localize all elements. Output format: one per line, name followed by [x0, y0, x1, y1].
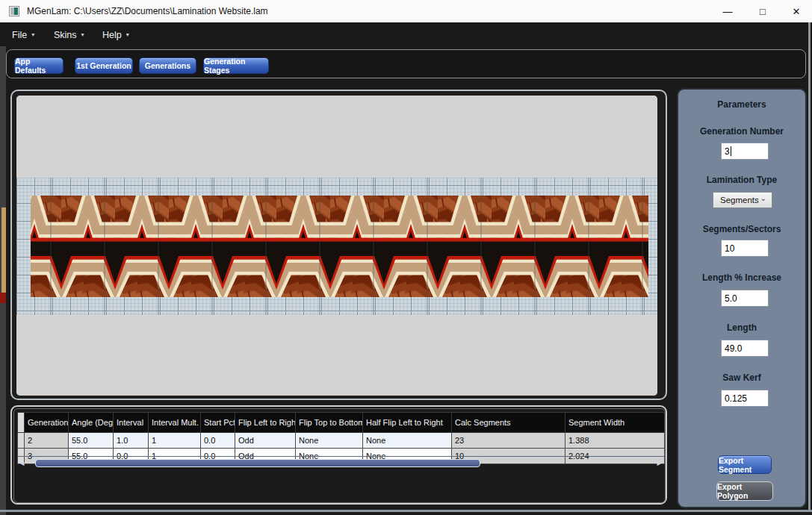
- generation-number-label: Generation Number: [678, 126, 805, 137]
- chevron-down-icon: ▾: [126, 32, 129, 38]
- col-header-interval-mult[interactable]: Interval Mult.: [149, 413, 201, 433]
- cell-flip-lr[interactable]: Odd: [235, 433, 296, 449]
- titlebar: MGenLam: C:\Users\ZZ\Documents\Laminatio…: [0, 0, 812, 23]
- col-header-start-pct[interactable]: Start Pct: [201, 413, 235, 433]
- app-icon-right: [14, 7, 18, 15]
- scroll-right-icon[interactable]: ▸: [655, 459, 663, 468]
- generations-button[interactable]: Generations: [139, 57, 196, 74]
- length-pct-increase-value: 5.0: [725, 293, 737, 304]
- menubar: File ▾ Skins ▾ Help ▾: [0, 22, 812, 46]
- segments-sectors-input[interactable]: 10: [721, 240, 769, 257]
- scroll-left-icon[interactable]: ◂: [19, 459, 26, 468]
- cell-calc-segments[interactable]: 23: [452, 433, 565, 449]
- window-title: MGenLam: C:\Users\ZZ\Documents\Laminatio…: [27, 6, 268, 16]
- cell-flip-tb[interactable]: None: [296, 433, 363, 449]
- segments-sectors-label: Segments/Sectors: [678, 224, 805, 234]
- generation-stages-button[interactable]: Generation Stages: [203, 57, 269, 74]
- length-label: Length: [678, 322, 805, 333]
- lamination-type-value: Segments: [720, 196, 759, 205]
- parameters-panel: Parameters Generation Number 3 Laminatio…: [677, 88, 807, 508]
- maximize-button[interactable]: □: [750, 0, 775, 22]
- cell-half-flip-lr[interactable]: None: [363, 433, 452, 449]
- window-border-bottom: [0, 510, 812, 512]
- saw-kerf-label: Saw Kerf: [678, 372, 805, 383]
- table-row: 2 55.0 1.0 1 0.0 Odd None None 23 1.388: [18, 433, 665, 449]
- saw-kerf-value: 0.125: [725, 393, 747, 404]
- cell-interval[interactable]: 1.0: [114, 433, 149, 449]
- background-window-sliver: [0, 7, 6, 515]
- col-header-interval[interactable]: Interval: [114, 413, 149, 433]
- col-header-generation[interactable]: Generation: [25, 413, 69, 433]
- menu-skins[interactable]: Skins ▾: [54, 28, 84, 43]
- first-generation-button[interactable]: 1st Generation: [75, 57, 133, 74]
- menu-help[interactable]: Help ▾: [102, 28, 129, 43]
- col-header-flip-lr[interactable]: Flip Left to Right: [235, 413, 296, 433]
- export-segment-button[interactable]: Export Segment: [718, 455, 772, 474]
- lamination-type-label: Lamination Type: [678, 175, 805, 185]
- cell-angle[interactable]: 55.0: [69, 433, 114, 449]
- lamination-type-select[interactable]: Segments ⌄: [713, 192, 772, 208]
- row-selector[interactable]: [18, 433, 25, 449]
- scrollbar-thumb[interactable]: [35, 459, 480, 467]
- menu-file-label: File: [12, 30, 27, 40]
- col-header-half-flip-lr[interactable]: Half Flip Left to Right: [363, 413, 452, 433]
- col-header-calc-segments[interactable]: Calc Segments: [452, 413, 565, 433]
- row-gutter-header: [18, 413, 25, 433]
- generation-number-value: 3: [725, 146, 730, 157]
- export-polygon-button[interactable]: Export Polygon: [716, 481, 773, 501]
- table-header-row: Generation Angle (Deg) Interval Interval…: [18, 413, 665, 433]
- menu-skins-label: Skins: [54, 30, 77, 40]
- segments-sectors-value: 10: [725, 243, 734, 254]
- length-pct-increase-input[interactable]: 5.0: [721, 290, 769, 307]
- lamination-preview-image: [16, 96, 657, 396]
- generation-number-input[interactable]: 3: [721, 143, 769, 160]
- cell-interval-mult[interactable]: 1: [149, 433, 201, 449]
- background-red-strip: [0, 293, 6, 303]
- col-header-flip-tb[interactable]: Flip Top to Bottom: [296, 413, 363, 433]
- toolbar: App Defaults 1st Generation Generations …: [6, 49, 806, 78]
- cell-generation[interactable]: 2: [25, 433, 69, 449]
- menu-help-label: Help: [102, 30, 122, 40]
- close-button[interactable]: ✕: [784, 0, 809, 22]
- saw-kerf-input[interactable]: 0.125: [721, 390, 769, 407]
- cell-start-pct[interactable]: 0.0: [201, 433, 235, 449]
- horizontal-scrollbar[interactable]: ◂ ▸: [17, 456, 664, 470]
- app-window: MGenLam: C:\Users\ZZ\Documents\Laminatio…: [0, 0, 812, 515]
- app-icon: [9, 6, 19, 16]
- text-cursor: [731, 146, 731, 156]
- length-pct-increase-label: Length % Increase: [678, 272, 805, 283]
- lamination-preview-canvas: [16, 96, 657, 396]
- minimize-button[interactable]: —: [715, 0, 740, 22]
- chevron-down-icon: ▾: [31, 32, 34, 38]
- col-header-angle[interactable]: Angle (Deg): [69, 413, 114, 433]
- background-wood-strip: [1, 207, 6, 293]
- chevron-down-icon: ▾: [81, 32, 84, 38]
- menu-file[interactable]: File ▾: [12, 28, 34, 43]
- length-input[interactable]: 49.0: [721, 340, 769, 357]
- lamination-preview-panel: [10, 90, 667, 400]
- col-header-segment-width[interactable]: Segment Width: [565, 413, 665, 433]
- generations-table-panel: Generation Angle (Deg) Interval Interval…: [10, 405, 667, 505]
- window-border-right: [808, 22, 811, 510]
- cell-segment-width[interactable]: 1.388: [565, 433, 665, 449]
- app-defaults-button[interactable]: App Defaults: [14, 57, 63, 74]
- chevron-down-icon: ⌄: [760, 194, 766, 202]
- parameters-title: Parameters: [678, 99, 805, 110]
- length-value: 49.0: [725, 343, 742, 354]
